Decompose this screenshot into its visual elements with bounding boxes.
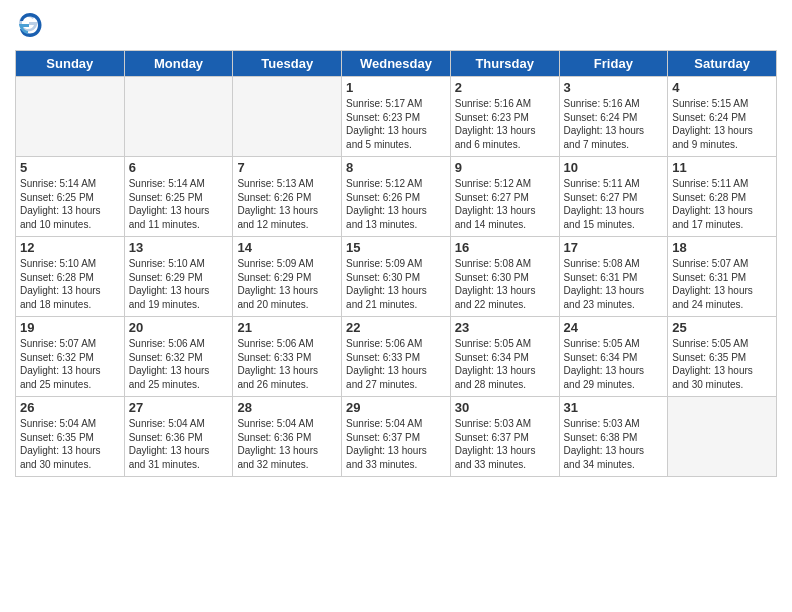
calendar-week: 26Sunrise: 5:04 AM Sunset: 6:35 PM Dayli… bbox=[16, 397, 777, 477]
day-info: Sunrise: 5:06 AM Sunset: 6:33 PM Dayligh… bbox=[346, 337, 446, 391]
calendar-day: 7Sunrise: 5:13 AM Sunset: 6:26 PM Daylig… bbox=[233, 157, 342, 237]
day-info: Sunrise: 5:17 AM Sunset: 6:23 PM Dayligh… bbox=[346, 97, 446, 151]
day-header: Friday bbox=[559, 51, 668, 77]
day-info: Sunrise: 5:07 AM Sunset: 6:32 PM Dayligh… bbox=[20, 337, 120, 391]
calendar-day: 3Sunrise: 5:16 AM Sunset: 6:24 PM Daylig… bbox=[559, 77, 668, 157]
day-info: Sunrise: 5:16 AM Sunset: 6:24 PM Dayligh… bbox=[564, 97, 664, 151]
day-number: 19 bbox=[20, 320, 120, 335]
header bbox=[15, 10, 777, 40]
calendar-day: 23Sunrise: 5:05 AM Sunset: 6:34 PM Dayli… bbox=[450, 317, 559, 397]
calendar-day: 31Sunrise: 5:03 AM Sunset: 6:38 PM Dayli… bbox=[559, 397, 668, 477]
day-info: Sunrise: 5:05 AM Sunset: 6:34 PM Dayligh… bbox=[455, 337, 555, 391]
day-info: Sunrise: 5:13 AM Sunset: 6:26 PM Dayligh… bbox=[237, 177, 337, 231]
calendar-day bbox=[233, 77, 342, 157]
day-number: 29 bbox=[346, 400, 446, 415]
day-number: 11 bbox=[672, 160, 772, 175]
day-number: 4 bbox=[672, 80, 772, 95]
calendar-day: 30Sunrise: 5:03 AM Sunset: 6:37 PM Dayli… bbox=[450, 397, 559, 477]
day-header: Saturday bbox=[668, 51, 777, 77]
day-info: Sunrise: 5:06 AM Sunset: 6:32 PM Dayligh… bbox=[129, 337, 229, 391]
day-number: 18 bbox=[672, 240, 772, 255]
calendar-day: 8Sunrise: 5:12 AM Sunset: 6:26 PM Daylig… bbox=[342, 157, 451, 237]
calendar-day: 22Sunrise: 5:06 AM Sunset: 6:33 PM Dayli… bbox=[342, 317, 451, 397]
day-number: 7 bbox=[237, 160, 337, 175]
calendar-day: 19Sunrise: 5:07 AM Sunset: 6:32 PM Dayli… bbox=[16, 317, 125, 397]
day-info: Sunrise: 5:04 AM Sunset: 6:36 PM Dayligh… bbox=[129, 417, 229, 471]
day-header: Tuesday bbox=[233, 51, 342, 77]
day-info: Sunrise: 5:08 AM Sunset: 6:30 PM Dayligh… bbox=[455, 257, 555, 311]
calendar-table: SundayMondayTuesdayWednesdayThursdayFrid… bbox=[15, 50, 777, 477]
calendar-day: 26Sunrise: 5:04 AM Sunset: 6:35 PM Dayli… bbox=[16, 397, 125, 477]
day-number: 27 bbox=[129, 400, 229, 415]
day-number: 31 bbox=[564, 400, 664, 415]
calendar-day: 4Sunrise: 5:15 AM Sunset: 6:24 PM Daylig… bbox=[668, 77, 777, 157]
day-number: 25 bbox=[672, 320, 772, 335]
day-info: Sunrise: 5:12 AM Sunset: 6:27 PM Dayligh… bbox=[455, 177, 555, 231]
day-number: 24 bbox=[564, 320, 664, 335]
day-header: Wednesday bbox=[342, 51, 451, 77]
logo bbox=[15, 10, 49, 40]
day-number: 5 bbox=[20, 160, 120, 175]
calendar-day: 16Sunrise: 5:08 AM Sunset: 6:30 PM Dayli… bbox=[450, 237, 559, 317]
day-number: 12 bbox=[20, 240, 120, 255]
calendar-week: 19Sunrise: 5:07 AM Sunset: 6:32 PM Dayli… bbox=[16, 317, 777, 397]
day-number: 30 bbox=[455, 400, 555, 415]
day-number: 16 bbox=[455, 240, 555, 255]
day-number: 23 bbox=[455, 320, 555, 335]
calendar-day: 29Sunrise: 5:04 AM Sunset: 6:37 PM Dayli… bbox=[342, 397, 451, 477]
calendar-day bbox=[124, 77, 233, 157]
day-info: Sunrise: 5:04 AM Sunset: 6:36 PM Dayligh… bbox=[237, 417, 337, 471]
day-number: 28 bbox=[237, 400, 337, 415]
day-info: Sunrise: 5:14 AM Sunset: 6:25 PM Dayligh… bbox=[20, 177, 120, 231]
calendar-day: 15Sunrise: 5:09 AM Sunset: 6:30 PM Dayli… bbox=[342, 237, 451, 317]
day-number: 8 bbox=[346, 160, 446, 175]
calendar-week: 5Sunrise: 5:14 AM Sunset: 6:25 PM Daylig… bbox=[16, 157, 777, 237]
day-header: Monday bbox=[124, 51, 233, 77]
calendar-day: 28Sunrise: 5:04 AM Sunset: 6:36 PM Dayli… bbox=[233, 397, 342, 477]
day-number: 10 bbox=[564, 160, 664, 175]
day-info: Sunrise: 5:08 AM Sunset: 6:31 PM Dayligh… bbox=[564, 257, 664, 311]
day-info: Sunrise: 5:16 AM Sunset: 6:23 PM Dayligh… bbox=[455, 97, 555, 151]
calendar-day: 18Sunrise: 5:07 AM Sunset: 6:31 PM Dayli… bbox=[668, 237, 777, 317]
day-info: Sunrise: 5:06 AM Sunset: 6:33 PM Dayligh… bbox=[237, 337, 337, 391]
calendar-day: 2Sunrise: 5:16 AM Sunset: 6:23 PM Daylig… bbox=[450, 77, 559, 157]
day-info: Sunrise: 5:09 AM Sunset: 6:30 PM Dayligh… bbox=[346, 257, 446, 311]
day-number: 26 bbox=[20, 400, 120, 415]
calendar-day bbox=[16, 77, 125, 157]
day-info: Sunrise: 5:15 AM Sunset: 6:24 PM Dayligh… bbox=[672, 97, 772, 151]
day-number: 22 bbox=[346, 320, 446, 335]
day-info: Sunrise: 5:03 AM Sunset: 6:38 PM Dayligh… bbox=[564, 417, 664, 471]
calendar-day: 11Sunrise: 5:11 AM Sunset: 6:28 PM Dayli… bbox=[668, 157, 777, 237]
calendar-day: 13Sunrise: 5:10 AM Sunset: 6:29 PM Dayli… bbox=[124, 237, 233, 317]
day-info: Sunrise: 5:09 AM Sunset: 6:29 PM Dayligh… bbox=[237, 257, 337, 311]
calendar-day: 10Sunrise: 5:11 AM Sunset: 6:27 PM Dayli… bbox=[559, 157, 668, 237]
day-header: Sunday bbox=[16, 51, 125, 77]
day-number: 1 bbox=[346, 80, 446, 95]
day-number: 2 bbox=[455, 80, 555, 95]
day-info: Sunrise: 5:10 AM Sunset: 6:29 PM Dayligh… bbox=[129, 257, 229, 311]
calendar-day: 6Sunrise: 5:14 AM Sunset: 6:25 PM Daylig… bbox=[124, 157, 233, 237]
day-info: Sunrise: 5:04 AM Sunset: 6:35 PM Dayligh… bbox=[20, 417, 120, 471]
day-info: Sunrise: 5:10 AM Sunset: 6:28 PM Dayligh… bbox=[20, 257, 120, 311]
day-info: Sunrise: 5:04 AM Sunset: 6:37 PM Dayligh… bbox=[346, 417, 446, 471]
day-info: Sunrise: 5:05 AM Sunset: 6:34 PM Dayligh… bbox=[564, 337, 664, 391]
header-row: SundayMondayTuesdayWednesdayThursdayFrid… bbox=[16, 51, 777, 77]
day-number: 15 bbox=[346, 240, 446, 255]
day-info: Sunrise: 5:11 AM Sunset: 6:27 PM Dayligh… bbox=[564, 177, 664, 231]
day-header: Thursday bbox=[450, 51, 559, 77]
calendar-day: 12Sunrise: 5:10 AM Sunset: 6:28 PM Dayli… bbox=[16, 237, 125, 317]
calendar-day: 17Sunrise: 5:08 AM Sunset: 6:31 PM Dayli… bbox=[559, 237, 668, 317]
day-number: 13 bbox=[129, 240, 229, 255]
day-number: 21 bbox=[237, 320, 337, 335]
calendar-day: 14Sunrise: 5:09 AM Sunset: 6:29 PM Dayli… bbox=[233, 237, 342, 317]
calendar-day: 25Sunrise: 5:05 AM Sunset: 6:35 PM Dayli… bbox=[668, 317, 777, 397]
calendar-day: 24Sunrise: 5:05 AM Sunset: 6:34 PM Dayli… bbox=[559, 317, 668, 397]
day-info: Sunrise: 5:11 AM Sunset: 6:28 PM Dayligh… bbox=[672, 177, 772, 231]
day-info: Sunrise: 5:05 AM Sunset: 6:35 PM Dayligh… bbox=[672, 337, 772, 391]
day-info: Sunrise: 5:12 AM Sunset: 6:26 PM Dayligh… bbox=[346, 177, 446, 231]
calendar-day: 5Sunrise: 5:14 AM Sunset: 6:25 PM Daylig… bbox=[16, 157, 125, 237]
logo-icon bbox=[15, 10, 45, 40]
calendar-day: 21Sunrise: 5:06 AM Sunset: 6:33 PM Dayli… bbox=[233, 317, 342, 397]
day-number: 6 bbox=[129, 160, 229, 175]
day-number: 9 bbox=[455, 160, 555, 175]
